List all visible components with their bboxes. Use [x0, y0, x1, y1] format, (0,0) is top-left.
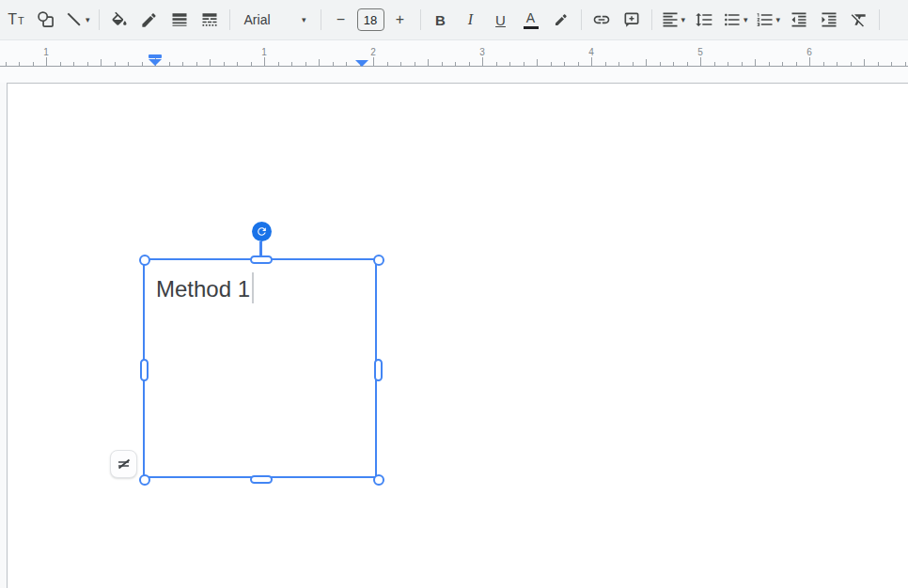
ruler-tick [182, 62, 183, 66]
fill-color-icon [110, 10, 129, 29]
selected-square-shape[interactable]: Method 1 [143, 258, 377, 478]
resize-handle-bottom-left[interactable] [139, 474, 150, 486]
ruler-tick [115, 62, 116, 66]
ruler-tick [142, 62, 143, 66]
ruler-tick [728, 62, 728, 66]
text-color-icon: A [524, 11, 539, 29]
underline-button[interactable]: U [487, 5, 515, 35]
bold-button[interactable]: B [427, 5, 455, 35]
chevron-down-icon: ▾ [681, 16, 686, 24]
insert-comment-button[interactable] [618, 5, 646, 35]
rotate-handle[interactable] [252, 222, 272, 241]
ruler-tick [387, 62, 388, 66]
line-spacing-button[interactable] [690, 5, 718, 35]
resize-handle-top-left[interactable] [139, 255, 150, 266]
border-weight-button[interactable] [165, 5, 194, 35]
font-family-select[interactable]: Arial ▾ [236, 5, 315, 35]
resize-handle-bottom-right[interactable] [373, 474, 384, 486]
toolbar-divider [581, 9, 582, 30]
font-size-decrease-button[interactable]: − [327, 5, 355, 35]
left-indent-icon [149, 59, 162, 66]
right-indent-icon [355, 60, 368, 67]
ruler-tick [455, 62, 456, 66]
ruler-tick [87, 62, 88, 66]
ruler-number: 4 [588, 47, 594, 57]
rotate-icon [256, 225, 268, 238]
ruler-tick [224, 62, 225, 66]
ruler-tick [633, 62, 634, 66]
italic-button[interactable]: I [457, 5, 485, 35]
font-size-increase-button[interactable]: + [386, 5, 415, 35]
drawing-toolbar: TT ▾ Arial ▾ [0, 0, 908, 40]
text-color-button[interactable]: A [517, 5, 545, 35]
clear-formatting-button[interactable] [845, 5, 873, 35]
align-button[interactable]: ▾ [658, 5, 689, 35]
ruler-tick [101, 59, 102, 66]
toolbar-divider [321, 9, 321, 30]
ruler-tick [618, 62, 619, 66]
ruler-number: 3 [479, 47, 485, 57]
highlighter-icon [552, 11, 570, 29]
clear-formatting-icon [850, 10, 869, 29]
ruler-number: 1 [43, 47, 49, 57]
ruler-tick [333, 62, 334, 66]
ruler-tick [482, 57, 483, 66]
numbered-list-button[interactable]: ▾ [753, 5, 784, 35]
ruler-tick [19, 62, 20, 66]
ruler-tick [73, 62, 74, 66]
resize-handle-left[interactable] [140, 359, 149, 381]
ruler-tick [700, 57, 701, 66]
bulleted-list-button[interactable]: ▾ [720, 5, 751, 35]
ruler-tick [837, 62, 838, 66]
shape-text[interactable]: Method 1 [156, 272, 254, 304]
text-tool-icon: TT [8, 11, 24, 28]
toolbar-divider [420, 9, 421, 30]
autofit-button[interactable] [110, 450, 137, 478]
decrease-indent-button[interactable] [785, 5, 813, 35]
ruler-tick [305, 62, 306, 66]
ruler-tick [346, 62, 347, 66]
shape-button[interactable] [32, 5, 60, 35]
indent-decrease-icon [790, 10, 808, 29]
first-line-and-left-indent-marker[interactable] [149, 54, 162, 66]
ruler-tick [469, 62, 470, 66]
highlight-color-button[interactable] [547, 5, 575, 35]
ruler-tick [714, 62, 715, 66]
insert-link-button[interactable] [587, 5, 616, 35]
ruler-tick [251, 62, 252, 66]
ruler-tick [169, 62, 170, 66]
line-spacing-icon [695, 10, 713, 29]
border-dash-button[interactable] [196, 5, 224, 35]
font-family-value: Arial [244, 12, 271, 27]
resize-handle-bottom[interactable] [250, 475, 273, 484]
ruler-tick [578, 62, 579, 66]
text-box-button[interactable]: TT [2, 5, 30, 35]
link-icon [592, 10, 611, 29]
ruler-tick [660, 62, 661, 66]
resize-handle-top-right[interactable] [373, 255, 384, 266]
ruler-tick [6, 62, 7, 66]
font-size-input[interactable]: 18 [357, 8, 384, 31]
line-button[interactable]: ▾ [62, 5, 93, 35]
ruler-tick [905, 62, 906, 66]
drawing-canvas[interactable] [7, 83, 908, 588]
line-weight-icon [170, 10, 189, 29]
ruler-tick [564, 62, 565, 66]
increase-indent-button[interactable] [815, 5, 843, 35]
ruler-tick [646, 59, 647, 66]
chevron-down-icon: ▾ [744, 16, 748, 24]
ruler-tick [537, 59, 538, 66]
resize-handle-top[interactable] [250, 255, 273, 264]
indent-increase-icon [820, 10, 838, 29]
line-icon [65, 10, 84, 29]
resize-handle-right[interactable] [374, 359, 383, 381]
border-color-button[interactable] [135, 5, 164, 35]
ruler-number: 5 [697, 47, 703, 57]
ruler-tick [291, 62, 292, 66]
ruler-tick [755, 59, 756, 66]
ruler-tick [373, 57, 374, 66]
ruler-tick [278, 62, 279, 66]
right-indent-marker[interactable] [355, 59, 368, 67]
ruler-number: 1 [261, 47, 267, 57]
fill-color-button[interactable] [105, 5, 133, 35]
